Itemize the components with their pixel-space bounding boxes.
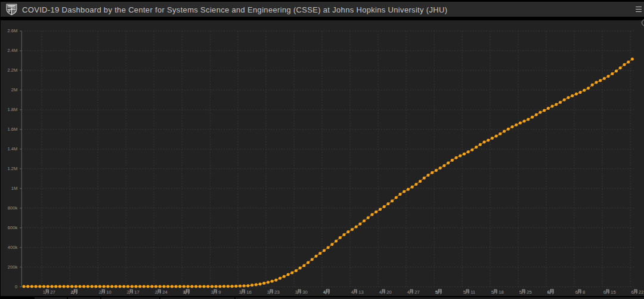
- svg-text:15: 15: [611, 289, 616, 295]
- svg-text:3: 3: [295, 289, 298, 295]
- svg-text:1: 1: [43, 289, 45, 295]
- svg-text:1.2M: 1.2M: [7, 166, 17, 171]
- svg-text:6: 6: [631, 289, 634, 295]
- svg-text:24: 24: [162, 289, 168, 295]
- svg-text:30: 30: [302, 289, 308, 295]
- svg-text:3: 3: [239, 289, 242, 295]
- svg-text:10: 10: [106, 289, 112, 295]
- svg-text:20: 20: [386, 289, 392, 295]
- svg-text:13: 13: [358, 289, 364, 295]
- svg-text:22: 22: [639, 289, 644, 295]
- svg-text:2.2M: 2.2M: [7, 67, 17, 73]
- svg-text:5: 5: [519, 289, 522, 295]
- svg-text:3: 3: [183, 289, 185, 295]
- svg-text:3: 3: [267, 289, 270, 295]
- svg-text:5: 5: [463, 289, 466, 295]
- svg-text:18: 18: [499, 289, 504, 295]
- svg-text:25: 25: [527, 289, 532, 295]
- svg-text:2.4M: 2.4M: [7, 48, 17, 53]
- svg-text:2: 2: [99, 289, 101, 295]
- svg-text:1.6M: 1.6M: [7, 127, 17, 132]
- svg-text:6: 6: [603, 289, 606, 295]
- svg-text:27: 27: [50, 289, 55, 295]
- svg-text:200k: 200k: [8, 264, 18, 270]
- svg-text:2: 2: [127, 289, 129, 295]
- svg-text:1.8M: 1.8M: [7, 107, 17, 112]
- svg-text:23: 23: [274, 289, 280, 295]
- svg-text:9: 9: [218, 289, 221, 295]
- svg-text:800k: 800k: [8, 205, 18, 211]
- svg-text:6: 6: [547, 289, 550, 295]
- svg-text:1.4M: 1.4M: [7, 146, 17, 152]
- svg-text:5: 5: [491, 289, 494, 295]
- svg-text:2: 2: [71, 289, 73, 295]
- svg-text:2.6M: 2.6M: [7, 28, 17, 33]
- svg-text:2: 2: [155, 289, 157, 295]
- svg-text:600k: 600k: [8, 225, 18, 230]
- svg-text:3: 3: [211, 289, 213, 295]
- svg-text:16: 16: [246, 289, 252, 295]
- svg-text:17: 17: [134, 289, 140, 295]
- svg-text:2M: 2M: [11, 87, 18, 93]
- svg-text:11: 11: [470, 289, 475, 295]
- svg-text:27: 27: [414, 289, 420, 295]
- svg-text:6: 6: [575, 289, 578, 295]
- svg-text:1M: 1M: [11, 186, 18, 191]
- svg-text:0: 0: [15, 284, 17, 289]
- svg-text:400k: 400k: [8, 245, 18, 250]
- svg-text:8: 8: [583, 289, 585, 295]
